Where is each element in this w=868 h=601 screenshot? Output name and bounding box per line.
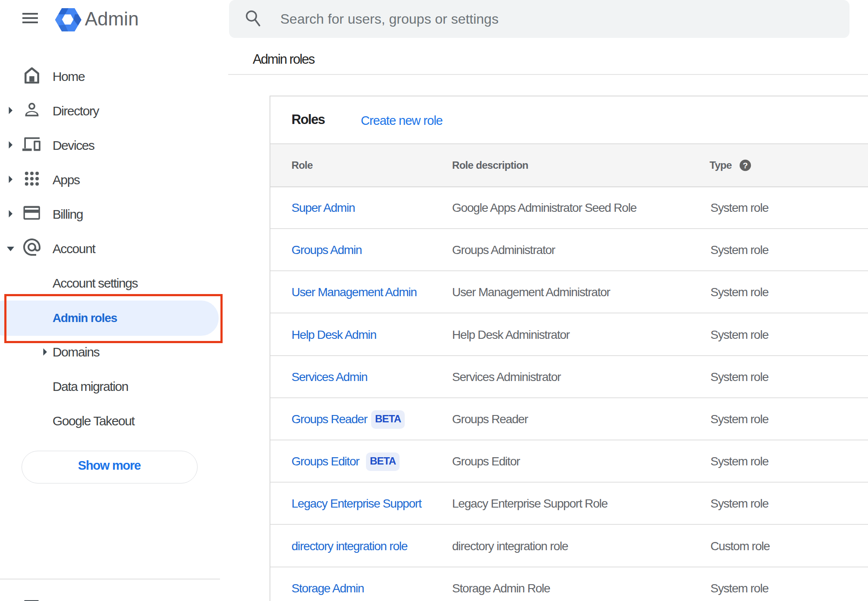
- svg-text:?: ?: [743, 161, 748, 170]
